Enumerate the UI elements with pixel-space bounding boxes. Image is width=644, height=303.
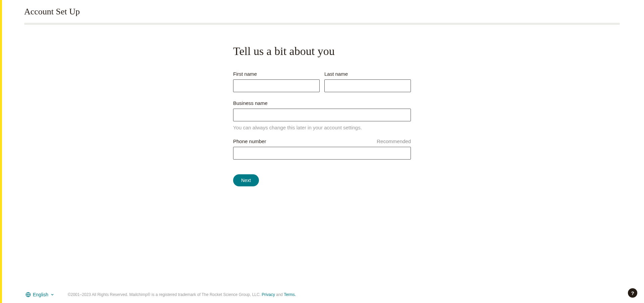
privacy-link[interactable]: Privacy — [262, 292, 275, 297]
business-name-group: Business name You can always change this… — [233, 100, 411, 130]
form-container: Tell us a bit about you First name Last … — [233, 45, 411, 186]
page-container: Account Set Up Tell us a bit about you F… — [0, 0, 644, 213]
footer: English ©2001–2023 All Rights Reserved. … — [2, 286, 644, 303]
progress-bar — [24, 23, 620, 25]
phone-label-row: Phone number Recommended — [233, 138, 411, 144]
help-button[interactable]: ? — [628, 288, 637, 298]
business-name-input[interactable] — [233, 109, 411, 121]
chevron-down-icon — [50, 293, 54, 297]
name-row: First name Last name — [233, 71, 411, 92]
next-button[interactable]: Next — [233, 174, 259, 186]
phone-number-input[interactable] — [233, 147, 411, 160]
page-title: Account Set Up — [24, 7, 620, 17]
last-name-input[interactable] — [324, 79, 411, 92]
language-selector[interactable]: English — [25, 292, 54, 297]
business-name-label: Business name — [233, 100, 411, 106]
business-name-help: You can always change this later in your… — [233, 125, 411, 130]
terms-link[interactable]: Terms. — [284, 292, 296, 297]
first-name-input[interactable] — [233, 79, 320, 92]
first-name-group: First name — [233, 71, 320, 92]
accent-bar — [0, 0, 2, 303]
copyright-text: ©2001–2023 All Rights Reserved. Mailchim… — [68, 292, 262, 297]
phone-number-group: Phone number Recommended — [233, 138, 411, 160]
first-name-label: First name — [233, 71, 320, 77]
and-text: and — [275, 292, 284, 297]
phone-number-hint: Recommended — [377, 138, 411, 144]
form-heading: Tell us a bit about you — [233, 45, 411, 58]
phone-number-label: Phone number — [233, 138, 266, 144]
globe-icon — [25, 292, 31, 297]
last-name-group: Last name — [324, 71, 411, 92]
language-label: English — [33, 292, 48, 297]
footer-text: ©2001–2023 All Rights Reserved. Mailchim… — [68, 292, 296, 297]
last-name-label: Last name — [324, 71, 411, 77]
